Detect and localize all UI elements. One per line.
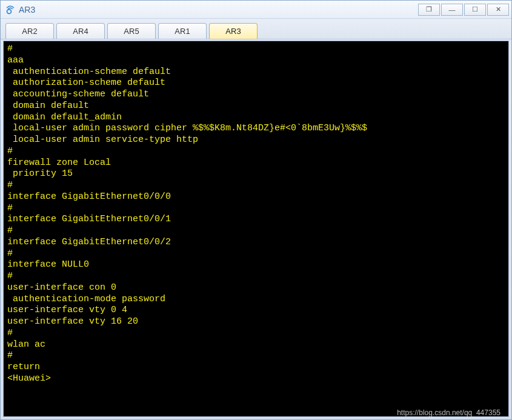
titlebar: AR3 ❐ — ☐ ✕: [1, 1, 511, 19]
tab-label: AR5: [124, 27, 139, 36]
svg-point-0: [7, 9, 12, 13]
terminal-output[interactable]: # aaa authentication-scheme default auth…: [3, 41, 509, 417]
tab-ar1[interactable]: AR1: [158, 23, 207, 39]
tab-label: AR2: [22, 27, 37, 36]
app-window: AR3 ❐ — ☐ ✕ AR2 AR4 AR5 AR1 AR3 # aaa au…: [0, 0, 512, 420]
tab-label: AR1: [175, 27, 190, 36]
tab-bar: AR2 AR4 AR5 AR1 AR3: [1, 19, 511, 39]
tab-label: AR3: [225, 27, 241, 36]
app-icon: [5, 5, 15, 15]
tab-ar2[interactable]: AR2: [5, 23, 54, 39]
tab-ar5[interactable]: AR5: [107, 23, 156, 39]
tab-label: AR4: [73, 27, 88, 36]
tab-ar3[interactable]: AR3: [209, 23, 258, 39]
close-button[interactable]: ✕: [487, 4, 509, 16]
maximize-button[interactable]: ☐: [464, 4, 486, 16]
window-title: AR3: [19, 5, 35, 15]
terminal-container: # aaa authentication-scheme default auth…: [1, 39, 511, 419]
minimize-button[interactable]: —: [441, 4, 463, 16]
tab-ar4[interactable]: AR4: [56, 23, 105, 39]
dup-window-button[interactable]: ❐: [418, 4, 440, 16]
